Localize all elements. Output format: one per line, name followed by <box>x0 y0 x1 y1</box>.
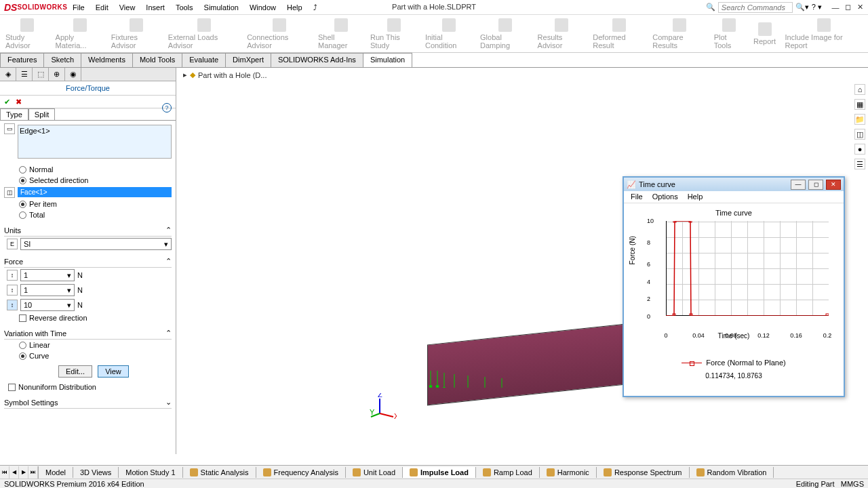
tab-simulation[interactable]: Simulation <box>363 53 412 67</box>
menu-view[interactable]: View <box>115 1 140 14</box>
collapse-icon[interactable]: ⌃ <box>165 226 172 235</box>
tc-minimize-button[interactable]: — <box>791 180 806 190</box>
menu-window[interactable]: Window <box>245 1 281 14</box>
connections-advisor-button[interactable]: Connections Advisor <box>247 18 311 49</box>
per-item-radio[interactable] <box>19 201 26 208</box>
nonuniform-checkbox[interactable] <box>8 384 16 391</box>
tab-random-vibration[interactable]: Random Vibration <box>690 467 774 478</box>
y-tick: 8 <box>647 239 650 246</box>
breadcrumb[interactable]: ▸ ◆ Part with a Hole (D... <box>183 70 267 79</box>
fixtures-advisor-button[interactable]: Fixtures Advisor <box>111 18 161 49</box>
tc-help-menu[interactable]: Help <box>684 191 707 203</box>
tab-features[interactable]: Features <box>0 53 44 67</box>
tab-impulse-load[interactable]: Impulse Load <box>403 467 476 478</box>
svg-text:X: X <box>394 412 397 420</box>
tc-maximize-button[interactable]: ◻ <box>808 180 823 190</box>
orientation-triad[interactable]: Z X Y <box>370 393 397 420</box>
tab-ramp-load[interactable]: Ramp Load <box>476 467 540 478</box>
prev-tab-icon[interactable]: ◀ <box>9 466 19 479</box>
library-icon[interactable]: 📁 <box>854 114 865 125</box>
selection-list[interactable]: Edge<1> <box>18 125 172 159</box>
tab-unit-load[interactable]: Unit Load <box>346 467 403 478</box>
tab-sketch[interactable]: Sketch <box>43 53 81 67</box>
tab-model[interactable]: Model <box>39 467 73 478</box>
tab-3dviews[interactable]: 3D Views <box>73 467 119 478</box>
reverse-checkbox[interactable] <box>19 314 26 322</box>
status-mode: Editing Part <box>796 480 835 488</box>
minimize-button[interactable]: — <box>830 3 841 12</box>
tab-addins[interactable]: SOLIDWORKS Add-Ins <box>271 53 363 67</box>
menu-insert[interactable]: Insert <box>141 1 170 14</box>
collapse-icon[interactable]: ⌃ <box>165 329 172 338</box>
menu-edit[interactable]: Edit <box>91 1 113 14</box>
tc-options-menu[interactable]: Options <box>648 191 682 203</box>
collapse-icon[interactable]: ⌃ <box>165 257 172 266</box>
help-dropdown-icon[interactable]: ? ▾ <box>812 3 822 12</box>
normal-radio[interactable] <box>19 166 26 174</box>
tc-close-button[interactable]: ✕ <box>826 180 841 190</box>
linear-radio[interactable] <box>19 342 26 349</box>
force-header: Force <box>4 258 23 266</box>
tab-static-analysis[interactable]: Static Analysis <box>183 467 256 478</box>
appearances-icon[interactable]: ● <box>854 144 865 155</box>
panel-help-icon[interactable]: ? <box>162 103 172 113</box>
tab-dimxpert[interactable]: DimXpert <box>225 53 271 67</box>
time-curve-titlebar[interactable]: 📈 Time curve — ◻ ✕ <box>624 178 844 191</box>
study-advisor-button[interactable]: Study Advisor <box>5 18 49 49</box>
last-tab-icon[interactable]: ⏭ <box>28 466 38 479</box>
tab-evaluate[interactable]: Evaluate <box>182 53 226 67</box>
tab-motion-study[interactable]: Motion Study 1 <box>119 467 182 478</box>
home-icon[interactable]: ⌂ <box>854 84 865 95</box>
tab-response-spectrum[interactable]: Response Spectrum <box>597 467 690 478</box>
results-advisor-button[interactable]: Results Advisor <box>538 18 587 49</box>
restore-button[interactable]: ◻ <box>842 3 853 12</box>
feature-tree-tab-icon[interactable]: ◈ <box>0 68 16 81</box>
total-radio[interactable] <box>19 211 26 219</box>
graphics-viewport[interactable]: ▸ ◆ Part with a Hole (D... Z X Y ⌂ ▦ 📁 ◫… <box>176 68 868 454</box>
menu-pin-icon[interactable]: ⤴ <box>309 1 322 14</box>
display-tab-icon[interactable]: ◉ <box>65 68 81 81</box>
time-curve-title: Time curve <box>639 180 788 188</box>
custom-props-icon[interactable]: ☰ <box>854 159 865 169</box>
force-z-input[interactable]: 10▾ <box>20 299 75 311</box>
tab-harmonic[interactable]: Harmonic <box>540 467 597 478</box>
tab-weldments[interactable]: Weldments <box>81 53 133 67</box>
menu-simulation[interactable]: Simulation <box>199 1 243 14</box>
type-tab[interactable]: Type <box>0 108 28 120</box>
menu-file[interactable]: File <box>68 1 90 14</box>
expand-icon[interactable]: ⌄ <box>165 398 172 407</box>
force-y-input[interactable]: 1▾ <box>20 284 75 296</box>
run-study-button[interactable]: Run This Study <box>370 18 418 49</box>
next-tab-icon[interactable]: ▶ <box>19 466 28 479</box>
split-tab[interactable]: Split <box>28 108 55 120</box>
tc-file-menu[interactable]: File <box>627 191 647 203</box>
time-curve-window: 📈 Time curve — ◻ ✕ File Options Help Tim… <box>623 176 845 397</box>
direction-reference[interactable]: Face<1> <box>18 187 172 197</box>
force-x-input[interactable]: 1▾ <box>20 269 75 281</box>
chart-icon: 📈 <box>627 180 636 189</box>
edit-curve-button[interactable]: Edit... <box>58 365 92 378</box>
resources-icon[interactable]: ▦ <box>854 99 865 110</box>
external-loads-button[interactable]: External Loads Advisor <box>168 18 240 49</box>
search-dropdown-icon[interactable]: 🔍▾ <box>795 3 809 12</box>
cancel-button[interactable]: ✖ <box>16 98 22 106</box>
search-input[interactable] <box>718 2 793 13</box>
menu-help[interactable]: Help <box>282 1 307 14</box>
time-curve-chart[interactable]: Force (N) 10 8 6 4 2 0 0 0.04 0.08 0.12 … <box>652 221 829 329</box>
menu-tools[interactable]: Tools <box>171 1 198 14</box>
property-tab-icon[interactable]: ☰ <box>16 68 33 81</box>
ok-button[interactable]: ✔ <box>4 98 10 106</box>
units-dropdown[interactable]: SI▾ <box>20 238 172 250</box>
close-button[interactable]: ✕ <box>854 3 865 12</box>
view-palette-icon[interactable]: ◫ <box>854 129 865 140</box>
plot-tools-button[interactable]: Plot Tools <box>714 18 745 49</box>
curve-radio[interactable] <box>19 352 26 360</box>
config-tab-icon[interactable]: ⬚ <box>33 68 49 81</box>
dimxpert-tab-icon[interactable]: ⊕ <box>49 68 65 81</box>
view-curve-button[interactable]: View <box>98 365 129 378</box>
selected-direction-radio[interactable] <box>19 177 26 184</box>
first-tab-icon[interactable]: ⏮ <box>0 466 9 479</box>
tab-frequency-analysis[interactable]: Frequency Analysis <box>256 467 346 478</box>
tab-mold-tools[interactable]: Mold Tools <box>132 53 182 67</box>
report-button[interactable]: Report <box>751 22 778 45</box>
